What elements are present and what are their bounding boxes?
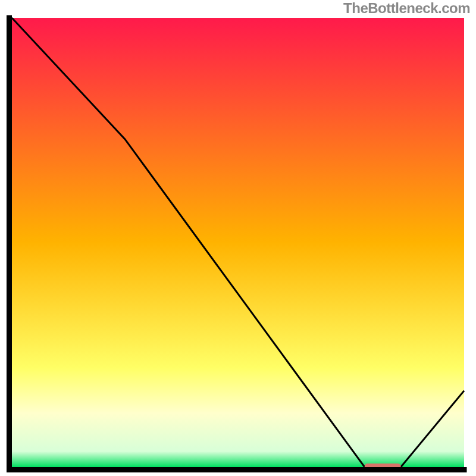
chart-container: TheBottleneck.com	[0, 0, 476, 476]
bottleneck-chart	[0, 0, 476, 476]
watermark-text: TheBottleneck.com	[343, 0, 470, 17]
plot-background	[12, 18, 464, 467]
